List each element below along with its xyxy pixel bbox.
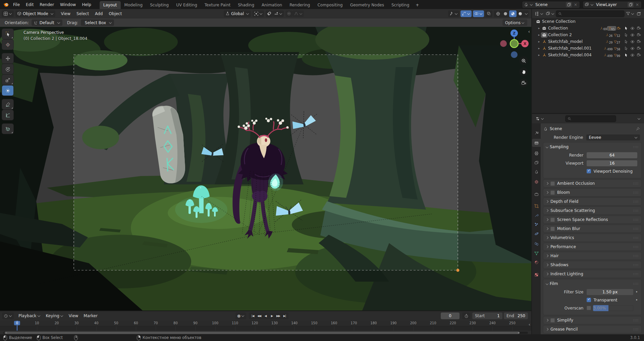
scene-selector[interactable]: Scene × — [522, 1, 580, 8]
expand-icon[interactable]: ▸ — [537, 40, 541, 43]
panel-section-simplify[interactable]: Simplify:::: — [543, 317, 641, 324]
outliner-row-sketchfab-model[interactable]: ▸ Sketchfab_model 29 ▽ 27 — [532, 38, 644, 45]
topbar-menu-render[interactable]: Render — [37, 1, 57, 9]
outliner-row-sketchfab-model-004[interactable]: ▸ Sketchfab_model.004 499 ▽ 99 — [532, 52, 644, 58]
viewport-menu-select[interactable]: Select — [73, 10, 92, 18]
timeline-track[interactable] — [0, 326, 531, 331]
tab-texture[interactable] — [532, 271, 541, 279]
pin-icon[interactable] — [636, 127, 640, 131]
hide-eye-icon[interactable] — [629, 33, 636, 37]
expand-icon[interactable]: ▸ — [537, 53, 541, 57]
sidebar-collapse-arrow[interactable]: ‹ — [528, 29, 530, 34]
outliner-search-input[interactable] — [562, 11, 622, 16]
add-workspace-button[interactable]: + — [413, 1, 422, 9]
outliner-display-mode-button[interactable] — [534, 11, 544, 16]
proportional-editing-toggle[interactable] — [285, 10, 292, 17]
snap-toggle[interactable] — [266, 10, 273, 17]
select-box-tool[interactable] — [2, 29, 13, 39]
viewlayer-name[interactable]: ViewLayer — [594, 2, 627, 7]
frame-end-field[interactable]: End 250 — [504, 312, 528, 319]
panel-section-motion-blur[interactable]: Motion Blur:::: — [543, 225, 641, 232]
auto-keying-button[interactable]: ● — [235, 312, 246, 319]
camera-view-button[interactable] — [519, 78, 528, 87]
overscan-checkbox[interactable] — [587, 306, 591, 310]
tab-particles[interactable] — [532, 220, 541, 228]
panel-section-performance[interactable]: Performance:::: — [543, 243, 641, 250]
animate-dot[interactable]: • — [635, 298, 639, 302]
rotate-tool[interactable] — [2, 64, 13, 74]
workspace-tab-modeling[interactable]: Modeling — [121, 1, 147, 9]
tab-view-layer[interactable] — [532, 159, 541, 167]
prev-keyframe-button[interactable]: ◀◀ — [256, 314, 262, 318]
blender-logo-icon[interactable] — [1, 2, 10, 7]
properties-editor-type-button[interactable] — [535, 116, 545, 121]
viewport-menu-add[interactable]: Add — [92, 10, 106, 18]
topbar-menu-file[interactable]: File — [10, 1, 23, 9]
scene-name[interactable]: Scene — [533, 2, 565, 7]
add-cube-tool[interactable] — [2, 124, 13, 134]
selectability-icon[interactable] — [623, 40, 629, 44]
options-button[interactable]: Options — [502, 19, 527, 26]
viewport-3d[interactable]: Camera Perspective (0) Collection 2 | Ob… — [0, 27, 531, 310]
panel-section-subsurface-scattering[interactable]: Subsurface Scattering:::: — [543, 207, 641, 214]
play-reverse-button[interactable]: ◀ — [262, 314, 269, 318]
unlink-scene-button[interactable]: × — [573, 2, 579, 7]
navigation-gizmo[interactable]: Z X — [499, 27, 530, 58]
playhead-frame-badge[interactable]: 0 — [14, 321, 20, 325]
timeline-ruler[interactable]: 1020304050607080901001101201301401501601… — [0, 321, 531, 326]
proportional-falloff-dropdown[interactable] — [292, 10, 304, 17]
shading-solid-button[interactable] — [502, 10, 509, 17]
jump-end-button[interactable]: ▶| — [281, 314, 288, 318]
expand-icon[interactable]: ▸ — [537, 33, 541, 37]
tab-material[interactable] — [532, 258, 541, 266]
tab-constraints[interactable] — [532, 240, 541, 248]
scale-tool[interactable] — [2, 75, 13, 85]
outliner-filter-button[interactable] — [625, 11, 635, 16]
pivot-point-dropdown[interactable] — [253, 10, 264, 17]
new-viewlayer-button[interactable] — [628, 2, 634, 7]
render-samples-field[interactable]: 64 — [587, 152, 637, 158]
viewport-canvas[interactable] — [0, 27, 531, 310]
editor-type-button[interactable] — [2, 10, 14, 17]
hide-eye-icon[interactable] — [629, 40, 636, 44]
panel-section-indirect-lighting[interactable]: Indirect Lighting:::: — [543, 270, 641, 278]
workspace-tab-scripting[interactable]: Scripting — [388, 1, 413, 9]
mode-dropdown[interactable]: Object Mode — [15, 10, 55, 17]
hide-eye-icon[interactable] — [629, 53, 636, 57]
filter-size-field[interactable]: 1.50 px — [587, 289, 633, 295]
shading-wireframe-button[interactable] — [494, 10, 502, 17]
section-checkbox[interactable] — [550, 318, 555, 323]
selectability-icon[interactable] — [623, 53, 629, 57]
properties-search-input[interactable] — [571, 117, 614, 121]
move-tool[interactable] — [2, 53, 13, 63]
sampling-panel-header[interactable]: Sampling :::: — [546, 143, 639, 151]
panel-section-hair[interactable]: Hair:::: — [543, 252, 641, 260]
panel-section-screen-space-reflections[interactable]: Screen Space Reflections:::: — [543, 216, 641, 223]
gizmo-x-negative[interactable] — [500, 40, 507, 47]
snap-to-dropdown[interactable] — [273, 10, 284, 17]
use-preview-range-button[interactable] — [462, 312, 470, 319]
tab-object[interactable] — [532, 202, 541, 210]
viewport-samples-field[interactable]: 16 — [587, 160, 637, 166]
expand-icon[interactable]: ▸ — [537, 26, 541, 30]
panel-section-depth-of-field[interactable]: Depth of Field:::: — [543, 198, 641, 205]
annotate-tool[interactable] — [2, 99, 13, 109]
object-visibility-dropdown[interactable] — [448, 10, 459, 17]
shading-material-preview-button[interactable] — [509, 10, 517, 17]
workspace-tab-rendering[interactable]: Rendering — [286, 1, 314, 9]
tab-render[interactable] — [532, 139, 541, 147]
topbar-menu-help[interactable]: Help — [79, 1, 94, 9]
section-checkbox[interactable] — [550, 190, 555, 195]
tab-world[interactable] — [532, 178, 541, 186]
tab-tool[interactable] — [532, 129, 541, 137]
selectability-icon[interactable] — [623, 26, 629, 30]
overscan-slider[interactable]: 3.00% — [593, 305, 633, 311]
panel-section-ambient-occlusion[interactable]: Ambient Occlusion:::: — [543, 180, 641, 187]
topbar-menu-window[interactable]: Window — [57, 1, 79, 9]
tab-output[interactable] — [532, 149, 541, 157]
tab-scene[interactable] — [532, 168, 541, 176]
render-visibility-icon[interactable] — [636, 53, 642, 57]
jump-start-button[interactable]: |◀ — [250, 314, 256, 318]
outliner-row-sketchfab-model-001[interactable]: ▸ Sketchfab_model.001 499 ▽ 58 — [532, 45, 644, 52]
zoom-button[interactable] — [519, 56, 528, 65]
